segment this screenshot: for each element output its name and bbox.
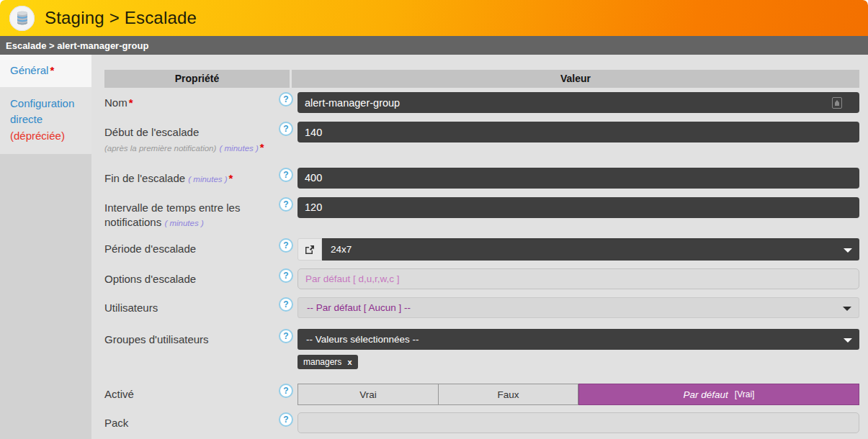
fin-escalade-input[interactable] xyxy=(297,168,859,189)
page-title: Staging > Escalade xyxy=(45,8,197,28)
tab-general[interactable]: Général* xyxy=(0,55,91,87)
help-icon[interactable]: ? xyxy=(279,92,293,107)
sidebar: Général* Configuration directe (déprécié… xyxy=(0,55,91,439)
debut-escalade-input[interactable] xyxy=(297,122,859,142)
autofill-icon xyxy=(832,97,842,109)
field-label-pack: Pack xyxy=(104,412,279,430)
field-row-pack: Pack ? xyxy=(104,412,859,433)
column-header-property: Propriété xyxy=(104,70,292,88)
field-label-debut: Début de l'escalade (après la première n… xyxy=(104,122,279,155)
field-row-active: Activé ? Vrai Faux Par défaut [Vrai] xyxy=(104,384,859,405)
open-timeperiod-button[interactable] xyxy=(297,238,322,261)
required-asterisk: * xyxy=(229,172,233,184)
field-label-periode: Période d'escalade xyxy=(104,238,279,256)
tab-general-label: Général xyxy=(10,64,48,76)
active-false-button[interactable]: Faux xyxy=(438,384,578,405)
help-icon[interactable]: ? xyxy=(279,197,293,212)
help-icon[interactable]: ? xyxy=(279,329,293,343)
caret-down-icon xyxy=(844,248,852,253)
field-label-intervalle: Intervalle de temps entre les notificati… xyxy=(104,197,279,230)
required-asterisk: * xyxy=(260,141,264,153)
help-icon[interactable]: ? xyxy=(279,268,293,283)
selected-tag-managers[interactable]: managers x xyxy=(297,355,358,369)
tab-configuration-directe[interactable]: Configuration directe (dépréciée) xyxy=(0,87,91,155)
nom-input[interactable] xyxy=(297,92,859,113)
field-row-groupes: Groupes d'utilisateurs ? -- Valeurs séle… xyxy=(104,329,859,369)
active-toggle-group: Vrai Faux Par défaut [Vrai] xyxy=(297,384,859,405)
field-row-nom: Nom* ? xyxy=(104,92,859,113)
help-icon[interactable]: ? xyxy=(279,412,293,427)
help-icon[interactable]: ? xyxy=(279,238,293,253)
field-note-minutes: ( minutes ) xyxy=(164,219,203,227)
field-label-nom: Nom* xyxy=(104,92,279,110)
active-true-button[interactable]: Vrai xyxy=(297,384,438,405)
field-label-fin: Fin de l'escalade ( minutes )* xyxy=(104,168,279,186)
field-label-options: Options d'escalade xyxy=(104,268,279,286)
field-row-fin: Fin de l'escalade ( minutes )* ? xyxy=(104,168,859,189)
field-note-minutes: ( minutes ) xyxy=(220,144,259,153)
field-row-periode: Période d'escalade ? 24x7 xyxy=(104,238,859,261)
field-row-intervalle: Intervalle de temps entre les notificati… xyxy=(104,197,859,230)
breadcrumb: Escalade > alert-manager-group xyxy=(0,36,868,55)
field-row-debut: Début de l'escalade (après la première n… xyxy=(104,122,859,155)
form-area: Propriété Valeur Nom* ? Début de l'escal… xyxy=(91,55,868,439)
utilisateurs-select[interactable]: -- Par défaut [ Aucun ] -- xyxy=(297,297,859,318)
field-label-utilisateurs: Utilisateurs xyxy=(104,297,279,315)
intervalle-input[interactable] xyxy=(297,197,859,218)
field-row-utilisateurs: Utilisateurs ? -- Par défaut [ Aucun ] -… xyxy=(104,297,859,318)
caret-down-icon xyxy=(844,338,852,343)
required-asterisk: * xyxy=(129,96,133,109)
external-link-icon xyxy=(305,245,315,255)
options-escalade-input[interactable] xyxy=(297,268,859,289)
field-label-active: Activé xyxy=(104,384,279,402)
help-icon[interactable]: ? xyxy=(279,168,293,182)
column-header-value: Valeur xyxy=(292,70,859,88)
remove-tag-icon[interactable]: x xyxy=(347,358,352,366)
tab-config-deprecated: (dépréciée) xyxy=(10,130,65,142)
app-window: Staging > Escalade Escalade > alert-mana… xyxy=(0,0,868,439)
table-header: Propriété Valeur xyxy=(104,70,859,88)
help-icon[interactable]: ? xyxy=(279,122,293,136)
field-row-options: Options d'escalade ? xyxy=(104,268,859,289)
breadcrumb-text: Escalade > alert-manager-group xyxy=(6,40,148,51)
caret-down-icon xyxy=(843,307,851,311)
field-label-groupes: Groupes d'utilisateurs xyxy=(104,329,279,347)
app-header: Staging > Escalade xyxy=(0,0,868,36)
help-icon[interactable]: ? xyxy=(279,297,293,312)
periode-select[interactable]: 24x7 xyxy=(322,238,859,261)
groupes-select[interactable]: -- Valeurs sélectionnées -- xyxy=(297,329,859,350)
pack-input[interactable] xyxy=(297,412,859,433)
tab-config-line2: directe xyxy=(10,113,42,125)
database-icon xyxy=(9,6,35,31)
field-note-minutes: ( minutes ) xyxy=(188,175,227,184)
tab-config-line1: Configuration xyxy=(10,97,74,109)
active-default-button[interactable]: Par défaut [Vrai] xyxy=(578,384,859,405)
help-icon[interactable]: ? xyxy=(279,384,293,398)
required-asterisk: * xyxy=(50,64,54,76)
field-note-gray: (après la première notification) xyxy=(104,144,216,153)
